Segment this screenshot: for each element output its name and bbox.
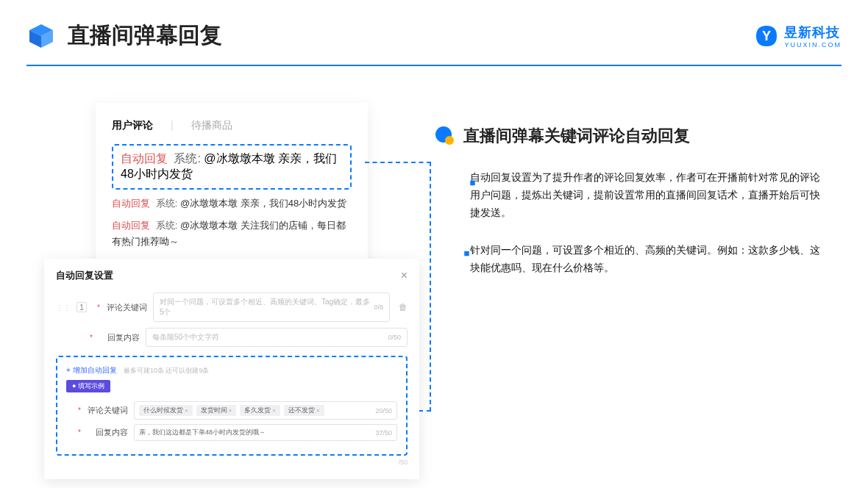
close-icon[interactable]: ×: [401, 269, 408, 282]
comments-card: 用户评论 | 待播商品 自动回复 系统: @冰墩墩本墩 亲亲，我们48小时内发货…: [96, 103, 368, 270]
auto-reply-label: 自动回复: [112, 198, 150, 209]
example-content-value: 亲，我们这边都是下单48小时内发货的哦～: [139, 428, 266, 437]
example-content-input[interactable]: 亲，我们这边都是下单48小时内发货的哦～ 37/50: [134, 424, 397, 441]
logo-mark-icon: Y: [755, 24, 778, 48]
example-content-label: 回复内容: [87, 427, 128, 438]
example-keyword-label: 评论关键词: [87, 405, 128, 416]
diamond-bullet-icon: ◆: [446, 248, 473, 275]
bottom-counter: /50: [56, 459, 408, 466]
example-keyword-row: * 评论关键词 什么时候发货× 发货时间× 多久发货× 还不发货× 20/50: [74, 401, 397, 420]
delete-icon[interactable]: 🗑: [399, 302, 408, 312]
keyword-counter: 0/8: [374, 304, 383, 311]
required-dot: *: [90, 334, 93, 342]
chat-bubble-icon: [434, 126, 455, 146]
bullet-text: 自动回复设置为了提升作者的评论回复效率，作者可在开播前针对常见的评论用户问题，提…: [470, 169, 823, 221]
highlighted-comment: 自动回复 系统: @冰墩墩本墩 亲亲，我们48小时内发货: [112, 144, 352, 190]
example-content-counter: 37/50: [375, 429, 392, 437]
content-placeholder: 每条限50个中文字符: [152, 332, 219, 342]
page-title: 直播间弹幕回复: [68, 21, 222, 51]
tab-pending-products[interactable]: 待播商品: [191, 119, 232, 132]
content-label: 回复内容: [99, 332, 140, 343]
keyword-tag[interactable]: 什么时候发货×: [139, 405, 193, 416]
example-badge: ● 填写示例: [66, 380, 110, 392]
tab-user-comments[interactable]: 用户评论: [112, 119, 153, 132]
tab-divider: |: [171, 119, 174, 132]
keyword-row: ⋮⋮ 1 * 评论关键词 对同一个问题，可设置多个相近、高频的关键词。Tag确定…: [56, 293, 408, 322]
example-keyword-input[interactable]: 什么时候发货× 发货时间× 多久发货× 还不发货× 20/50: [134, 401, 397, 420]
auto-reply-settings-card: 自动回复设置 × ⋮⋮ 1 * 评论关键词 对同一个问题，可设置多个相近、高频的…: [44, 259, 419, 479]
content-row: * 回复内容 每条限50个中文字符 0/50: [85, 328, 408, 347]
system-label: 系统:: [156, 198, 178, 209]
required-dot: *: [78, 428, 81, 437]
system-label: 系统:: [174, 152, 200, 165]
comment-row: 自动回复 系统: @冰墩墩本墩 亲亲，我们48小时内发货: [112, 195, 352, 212]
header-divider: [26, 65, 842, 66]
brand-logo: Y 昱新科技 YUUXIN.COM: [755, 24, 842, 49]
required-dot: *: [97, 304, 100, 312]
svg-point-5: [445, 136, 454, 145]
auto-reply-label: 自动回复: [121, 152, 168, 165]
system-label: 系统:: [156, 220, 178, 231]
connector-line: [365, 162, 431, 163]
right-column: 直播间弹幕关键词评论自动回复 ◆ 自动回复设置为了提升作者的评论回复效率，作者可…: [434, 125, 839, 298]
cube-icon: [26, 21, 56, 51]
bullet-item: ◆ 自动回复设置为了提升作者的评论回复效率，作者可在开播前针对常见的评论用户问题…: [434, 169, 839, 221]
settings-title: 自动回复设置: [56, 269, 113, 282]
comment-tabs: 用户评论 | 待播商品: [112, 119, 352, 132]
content-counter: 0/50: [388, 334, 401, 341]
example-area: + 增加自动回复 最多可建10条 还可以创建9条 ● 填写示例 * 评论关键词 …: [56, 356, 408, 456]
content-input[interactable]: 每条限50个中文字符 0/50: [146, 328, 408, 347]
page-header: 直播间弹幕回复 Y 昱新科技 YUUXIN.COM: [26, 21, 842, 51]
keyword-tag[interactable]: 发货时间×: [196, 405, 237, 416]
auto-reply-label: 自动回复: [112, 220, 150, 231]
bullet-item: ◆ 针对同一个问题，可设置多个相近的、高频的关键词。例如：这款多少钱、这块能优惠…: [434, 242, 839, 277]
keyword-label: 评论关键词: [106, 302, 147, 313]
add-reply-hint: 最多可建10条 还可以创建9条: [124, 367, 210, 374]
header-left: 直播间弹幕回复: [26, 21, 222, 51]
svg-text:Y: Y: [762, 29, 771, 43]
drag-handle-icon[interactable]: ⋮⋮: [56, 304, 71, 312]
example-kw-counter: 20/50: [375, 407, 392, 415]
keyword-tag[interactable]: 多久发货×: [240, 405, 280, 416]
logo-en-text: YUUXIN.COM: [784, 41, 842, 49]
bullet-text: 针对同一个问题，可设置多个相近的、高频的关键词。例如：这款多少钱、这块能优惠吗、…: [470, 242, 823, 277]
add-reply-link[interactable]: + 增加自动回复: [66, 366, 117, 374]
right-title-row: 直播间弹幕关键词评论自动回复: [434, 125, 839, 147]
keyword-tag[interactable]: 还不发货×: [284, 405, 324, 416]
comment-row: 自动回复 系统: @冰墩墩本墩 关注我们的店铺，每日都有热门推荐呦～: [112, 218, 352, 250]
keyword-placeholder: 对同一个问题，可设置多个相近、高频的关键词。Tag确定，最多5个: [160, 297, 374, 317]
row-number: 1: [77, 302, 87, 312]
keyword-input[interactable]: 对同一个问题，可设置多个相近、高频的关键词。Tag确定，最多5个 0/8: [153, 293, 390, 322]
comment-text: @冰墩墩本墩 亲亲，我们48小时内发货: [180, 198, 346, 209]
connector-line: [430, 162, 431, 412]
example-content-row: * 回复内容 亲，我们这边都是下单48小时内发货的哦～ 37/50: [74, 424, 397, 441]
logo-cn-text: 昱新科技: [784, 24, 842, 41]
required-dot: *: [78, 406, 81, 415]
right-section-title: 直播间弹幕关键词评论自动回复: [463, 125, 690, 147]
